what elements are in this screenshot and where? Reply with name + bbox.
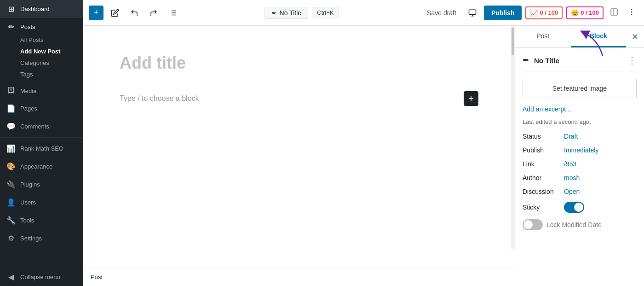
svg-point-11	[631, 9, 632, 10]
meta-value-author[interactable]: mosh	[564, 174, 580, 181]
publish-button[interactable]: Publish	[484, 6, 522, 20]
sidebar-label-dashboard: Dashboard	[20, 6, 50, 12]
sidebar-item-plugins[interactable]: 🔌 Plugins	[0, 175, 83, 193]
meta-label-publish: Publish	[523, 146, 564, 154]
readability-score-label: 0 / 100	[581, 9, 599, 16]
tab-post[interactable]: Post	[515, 26, 571, 47]
tools-icon: 🔧	[6, 216, 16, 225]
preview-icon	[468, 9, 477, 17]
posts-submenu: All Posts Add New Post Categories Tags	[0, 32, 83, 82]
svg-point-13	[631, 14, 632, 15]
dashboard-icon: ⊞	[6, 5, 16, 13]
sidebar-label-comments: Comments	[20, 123, 49, 130]
meta-row-sticky: Sticky	[523, 202, 637, 213]
meta-label-status: Status	[523, 133, 564, 140]
sidebar-item-rank-math[interactable]: 📊 Rank Math SEO	[0, 140, 83, 158]
meta-row-status: Status Draft	[523, 133, 637, 140]
redo-icon	[150, 9, 158, 17]
list-view-button[interactable]	[165, 6, 181, 20]
top-toolbar: + ✒ No Title Ctrl+K Save draft Publish	[83, 0, 644, 26]
meta-label-link: Link	[523, 160, 564, 168]
sidebar-item-collapse[interactable]: ◀ Collapse menu	[0, 268, 83, 286]
sidebar-subitem-all-posts[interactable]: All Posts	[0, 34, 83, 46]
sidebar-item-posts[interactable]: ✏ Posts	[0, 18, 83, 32]
collapse-icon: ◀	[6, 273, 16, 281]
sidebar-item-comments[interactable]: 💬 Comments	[0, 117, 83, 135]
block-placeholder[interactable]: Type / to choose a block +	[120, 91, 478, 106]
pencil-icon	[111, 9, 119, 17]
save-draft-button[interactable]: Save draft	[422, 6, 461, 19]
editor-area: Add title Type / to choose a block + Pos…	[83, 26, 644, 286]
meta-row-last-modified: Lock Modified Date	[523, 219, 637, 230]
sidebar-label-appearance: Appearance	[20, 163, 52, 170]
add-excerpt-link[interactable]: Add an excerpt...	[523, 105, 637, 113]
last-edited-text: Last edited a second ago.	[523, 118, 637, 125]
post-title-display[interactable]: ✒ No Title	[264, 7, 308, 19]
editor-scrollbar[interactable]	[511, 26, 515, 249]
rank-math-icon: 📊	[6, 144, 16, 153]
sidebar-item-pages[interactable]: 📄 Pages	[0, 99, 83, 117]
meta-value-link[interactable]: /953	[564, 160, 576, 168]
more-icon	[627, 8, 636, 16]
svg-rect-6	[469, 10, 476, 15]
sidebar-subitem-categories[interactable]: Categories	[0, 57, 83, 69]
tab-block[interactable]: Block	[571, 26, 627, 47]
sidebar-item-users[interactable]: 👤 Users	[0, 193, 83, 211]
settings-icon: ⚙	[6, 234, 16, 243]
add-block-button[interactable]: +	[89, 6, 104, 20]
bottom-bar: Post	[83, 268, 515, 286]
sidebar-item-media[interactable]: 🖼 Media	[0, 82, 83, 99]
title-input[interactable]: Add title	[120, 53, 478, 73]
sidebar-label-users: Users	[20, 199, 36, 206]
meta-row-link: Link /953	[523, 160, 637, 168]
sidebar-item-appearance[interactable]: 🎨 Appearance	[0, 158, 83, 175]
sidebar-label-pages: Pages	[20, 105, 37, 112]
meta-value-discussion[interactable]: Open	[564, 188, 580, 195]
svg-point-12	[631, 12, 632, 12]
meta-row-discussion: Discussion Open	[523, 188, 637, 195]
sidebar-subitem-tags[interactable]: Tags	[0, 69, 83, 80]
block-more-button[interactable]: ⋮	[627, 56, 637, 65]
sticky-toggle[interactable]	[564, 202, 584, 213]
sidebar-label-plugins: Plugins	[20, 181, 40, 188]
svg-rect-9	[611, 9, 617, 15]
meta-label-sticky: Sticky	[523, 204, 564, 211]
meta-value-status[interactable]: Draft	[564, 133, 578, 140]
sidebar-label-posts: Posts	[20, 23, 35, 30]
block-type-icon: ✒	[523, 55, 529, 65]
editor-content[interactable]: Add title Type / to choose a block +	[83, 26, 515, 268]
sidebar-item-dashboard[interactable]: ⊞ Dashboard	[0, 0, 83, 18]
meta-row-publish: Publish Immediately	[523, 146, 637, 154]
add-block-inline-button[interactable]: +	[464, 91, 478, 106]
meta-label-author: Author	[523, 174, 564, 181]
featured-image-button[interactable]: Set featured image	[523, 79, 637, 98]
sidebar-item-settings[interactable]: ⚙ Settings	[0, 229, 83, 247]
layout-icon	[610, 8, 618, 16]
readability-score-button[interactable]: 😊 0 / 100	[566, 6, 604, 19]
seo-score-label: 0 / 100	[540, 9, 558, 16]
meta-value-publish[interactable]: Immediately	[564, 146, 598, 154]
bottom-bar-label: Post	[91, 274, 103, 280]
sidebar-item-tools[interactable]: 🔧 Tools	[0, 211, 83, 229]
last-modified-toggle[interactable]	[523, 219, 543, 230]
editor-inner: Add title Type / to choose a block +	[92, 53, 506, 106]
block-title: No Title	[534, 57, 623, 64]
panel-block-header: ✒ No Title ⋮	[523, 55, 637, 71]
toggle-knob-off	[523, 220, 533, 229]
sidebar-label-collapse: Collapse menu	[20, 274, 60, 280]
more-options-button[interactable]	[625, 5, 638, 21]
redo-button[interactable]	[146, 6, 161, 20]
panel-close-button[interactable]: ✕	[626, 26, 644, 47]
plugins-icon: 🔌	[6, 180, 16, 189]
seo-score-button[interactable]: 📈 0 / 100	[525, 6, 563, 19]
comments-icon: 💬	[6, 122, 16, 131]
edit-tool-button[interactable]	[107, 6, 123, 20]
layout-toggle-button[interactable]	[607, 5, 621, 21]
toolbar-title-area: ✒ No Title Ctrl+K	[184, 7, 419, 19]
preview-button[interactable]	[465, 6, 480, 20]
sidebar-subitem-add-new[interactable]: Add New Post	[0, 46, 83, 57]
sidebar: ⊞ Dashboard ✏ Posts All Posts Add New Po…	[0, 0, 83, 286]
undo-button[interactable]	[126, 6, 142, 20]
editor-wrapper: Add title Type / to choose a block + Pos…	[83, 26, 515, 286]
post-title-text: No Title	[280, 9, 301, 17]
